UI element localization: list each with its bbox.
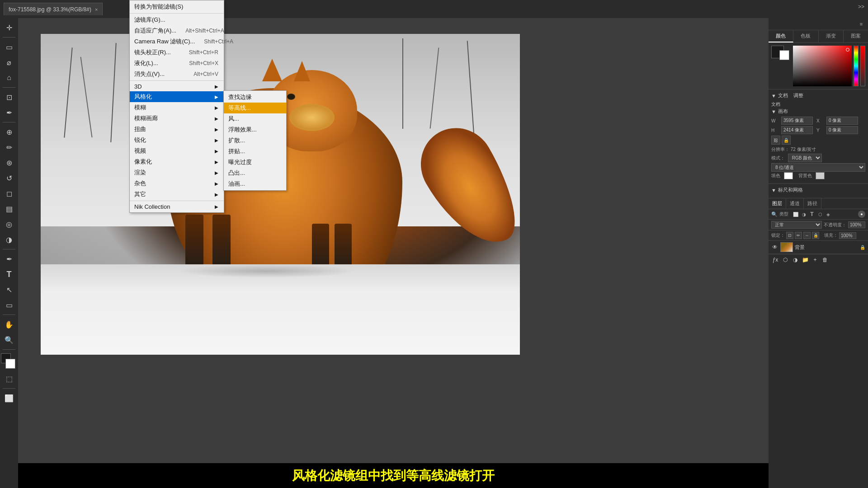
submenu-solarize[interactable]: 曝光过度 <box>224 157 286 168</box>
layer-visibility-icon[interactable]: 👁 <box>771 244 778 251</box>
menu-noise[interactable]: 杂色 ▶ <box>130 178 224 189</box>
lock-artboard-btn[interactable]: ↔ <box>803 232 811 239</box>
magic-wand-tool[interactable]: ⌂ <box>2 70 16 85</box>
menu-sharpen[interactable]: 锐化 ▶ <box>130 135 224 145</box>
opacity-value[interactable]: 100% <box>848 221 865 228</box>
submenu-oil-paint[interactable]: 油画... <box>224 178 286 189</box>
tab-close[interactable]: × <box>95 7 98 12</box>
stylize-submenu[interactable]: 查找边缘 等高线... 风... 浮雕效果... 扩散... 拼贴... 曝光过… <box>223 90 287 191</box>
eraser-tool[interactable]: ◻ <box>2 186 16 201</box>
fill-color-swatch[interactable] <box>784 172 793 179</box>
menu-liquify[interactable]: 液化(L)... Shift+Ctrl+X <box>130 58 224 69</box>
menu-adaptive-wide[interactable]: 自适应广角(A)... Alt+Shift+Ctrl+A <box>130 25 224 36</box>
smart-object-icon[interactable]: ◈ <box>825 211 832 218</box>
menu-filter-gallery[interactable]: 滤镜库(G)... <box>130 14 224 25</box>
menu-blur[interactable]: 模糊 ▶ <box>130 102 224 113</box>
add-adjustment-btn[interactable]: ◑ <box>791 256 799 264</box>
mode-select[interactable]: RGB 颜色 <box>788 154 822 162</box>
layers-tab[interactable]: 图层 <box>769 198 786 209</box>
menu-vanishing-point[interactable]: 消失点(V)... Alt+Ctrl+V <box>130 69 224 80</box>
eyedropper-tool[interactable]: ✒ <box>2 105 16 120</box>
file-tab[interactable]: fox-715588.jpg @ 33.3%(RGB/8#) × <box>4 3 103 15</box>
link-wh-icon[interactable]: ⛓ <box>771 136 780 145</box>
zoom-tool[interactable]: 🔍 <box>2 333 16 347</box>
tab-patterns[interactable]: 图案 <box>844 30 868 42</box>
add-layer-btn[interactable]: + <box>811 256 819 264</box>
channels-tab[interactable]: 通道 <box>786 198 804 209</box>
menu-nik-collection[interactable]: Nik Collection ▶ <box>130 202 224 211</box>
submenu-tiles[interactable]: 拼贴... <box>224 146 286 157</box>
menu-lens-correct[interactable]: 镜头校正(R)... Shift+Ctrl+R <box>130 47 224 58</box>
menu-pixelate[interactable]: 像素化 ▶ <box>130 156 224 167</box>
submenu-emboss[interactable]: 浮雕效果... <box>224 124 286 135</box>
shape-tool[interactable]: ▭ <box>2 298 16 312</box>
menu-distort[interactable]: 扭曲 ▶ <box>130 124 224 135</box>
background-color[interactable] <box>5 359 15 369</box>
submenu-extrude[interactable]: 凸出... <box>224 168 286 178</box>
layer-item-background[interactable]: 👁 背景 🔒 <box>769 241 868 254</box>
menu-video[interactable]: 视频 ▶ <box>130 145 224 156</box>
lock-pixels-btn[interactable]: ⊡ <box>786 232 793 239</box>
menu-render[interactable]: 渲染 ▶ <box>130 167 224 178</box>
clone-tool[interactable]: ⊛ <box>2 155 16 170</box>
width-value[interactable]: 3595 像素 <box>781 117 813 125</box>
height-value[interactable]: 2414 像素 <box>781 126 813 134</box>
healing-tool[interactable]: ⊕ <box>2 125 16 139</box>
panel-menu-icon[interactable]: ≡ <box>857 20 865 28</box>
path-select-tool[interactable]: ↖ <box>2 282 16 297</box>
submenu-find-edges[interactable]: 查找边缘 <box>224 92 286 103</box>
color-swatches-area[interactable] <box>1 353 17 370</box>
bit-depth-select[interactable]: 8 位/通道 <box>771 163 865 172</box>
text-tool[interactable]: T <box>2 267 16 282</box>
menu-other[interactable]: 其它 ▶ <box>130 189 224 200</box>
bg-color-swatch[interactable] <box>816 172 825 179</box>
lock-all-btn[interactable]: 🔒 <box>812 232 819 239</box>
lasso-tool[interactable]: ⌀ <box>2 55 16 70</box>
move-tool[interactable]: ✛ <box>2 20 16 35</box>
filter-menu-level1[interactable]: 转换为智能滤镜(S) 滤镜库(G)... 自适应广角(A)... Alt+Shi… <box>129 0 224 213</box>
alpha-slider[interactable] <box>860 46 865 86</box>
adjustment-layer-icon[interactable]: ◑ <box>800 211 807 218</box>
menu-stylize[interactable]: 风格化 ▶ <box>130 91 224 102</box>
selection-tool[interactable]: ▭ <box>2 40 16 54</box>
fg-bg-swatches[interactable] <box>771 46 791 64</box>
blur-tool[interactable]: ◎ <box>2 217 16 231</box>
color-gradient-picker[interactable] <box>793 46 852 86</box>
add-group-btn[interactable]: 📁 <box>801 256 809 264</box>
pixel-layer-icon[interactable]: ⬜ <box>792 211 799 218</box>
delete-layer-btn[interactable]: 🗑 <box>821 256 829 264</box>
menu-camera-raw[interactable]: Camera Raw 滤镜(C)... Shift+Ctrl+A <box>130 36 224 47</box>
gradient-tool[interactable]: ▤ <box>2 202 16 216</box>
menu-blur-gallery[interactable]: 模糊画廊 ▶ <box>130 113 224 124</box>
crop-tool[interactable]: ⊡ <box>2 90 16 104</box>
submenu-diffuse[interactable]: 扩散... <box>224 135 286 146</box>
paths-tab[interactable]: 路径 <box>804 198 821 209</box>
layer-name[interactable]: 背景 <box>795 244 858 251</box>
history-brush-tool[interactable]: ↺ <box>2 171 16 185</box>
submenu-contour[interactable]: 等高线... <box>224 103 286 113</box>
pen-tool[interactable]: ✒ <box>2 252 16 266</box>
submenu-wind[interactable]: 风... <box>224 113 286 124</box>
lock-paint-btn[interactable]: ✏ <box>795 232 802 239</box>
menu-3d[interactable]: 3D ▶ <box>130 82 224 91</box>
shape-layer-icon[interactable]: ⬡ <box>816 211 824 218</box>
menu-convert-smart[interactable]: 转换为智能滤镜(S) <box>130 1 224 12</box>
fill-value[interactable]: 100% <box>839 232 856 239</box>
type-layer-icon[interactable]: T <box>808 211 816 218</box>
layer-fx-btn[interactable]: ƒx <box>771 256 779 264</box>
brush-tool[interactable]: ✏ <box>2 140 16 155</box>
background-swatch[interactable] <box>779 50 789 60</box>
x-value[interactable]: 0 像素 <box>826 117 858 125</box>
blend-mode-select[interactable]: 正常 <box>771 221 822 229</box>
screen-mode-tool[interactable]: ⬜ <box>2 391 16 405</box>
add-mask-btn[interactable]: ⬡ <box>781 256 789 264</box>
tab-gradients[interactable]: 渐变 <box>819 30 844 42</box>
tab-color[interactable]: 颜色 <box>769 30 793 42</box>
tab-swatches[interactable]: 色板 <box>793 30 818 42</box>
hue-slider[interactable] <box>854 46 859 86</box>
quick-mask-tool[interactable]: ⬚ <box>2 371 16 386</box>
lock-icon[interactable]: 🔒 <box>782 136 791 145</box>
layers-toggle-btn[interactable]: ● <box>858 211 865 218</box>
dodge-tool[interactable]: ◑ <box>2 232 16 247</box>
y-value[interactable]: 0 像素 <box>826 126 858 134</box>
